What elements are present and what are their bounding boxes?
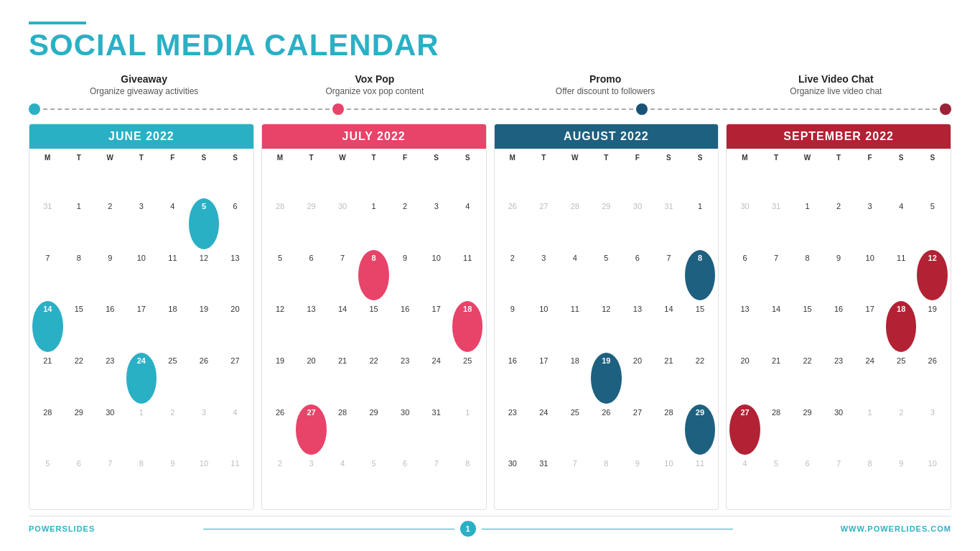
calendar-september2022-day-18: 17 [854,301,885,352]
calendar-july2022-day-12: 10 [421,250,452,301]
calendar-july2022-grid: MTWTFSS282930123456789101112131415161718… [262,149,486,509]
calendar-september2022-day-10: 9 [823,250,854,301]
category-promo-title: Promo [490,73,721,85]
calendar-september2022-day-6: 5 [917,198,948,249]
calendar-july2022-day-11: 9 [390,250,421,301]
calendar-september2022-day-28: 27 [729,404,760,455]
calendar-july2022-day-36: 3 [296,455,327,506]
calendar-june2022-day-39: 9 [157,455,188,506]
calendar-june2022-day-30: 30 [95,404,126,455]
dot-giveaway [29,103,40,115]
calendar-june2022-day-38: 8 [126,455,157,506]
calendar-june2022-day-8: 8 [64,250,95,301]
calendar-september2022-dow-0: M [729,152,760,198]
calendar-september2022-day-2: 1 [792,198,823,249]
calendar-august2022-day-17: 12 [591,301,622,352]
calendar-june2022-day-12: 12 [189,250,220,301]
calendar-august2022-day-5: 31 [653,198,684,249]
calendar-august2022-day-8: 3 [528,250,559,301]
calendar-september2022-day-35: 4 [729,455,760,506]
calendar-september2022-day-38: 7 [823,455,854,506]
calendar-june2022-dow-3: T [126,152,157,198]
calendar-august2022-day-31: 26 [591,404,622,455]
title-prefix: SOCIAL MEDIA [29,28,264,62]
calendar-august2022-day-14: 9 [498,301,528,352]
calendar-june2022-day-33: 3 [189,404,220,455]
calendar-july2022-day-19: 17 [421,301,452,352]
calendar-july2022-day-8: 6 [296,250,327,301]
calendar-july2022-day-22: 20 [296,353,327,404]
calendar-august2022-grid: MTWTFSS262728293031123456789101112131415… [495,149,719,509]
calendar-august2022-day-35: 30 [498,455,528,506]
calendar-july2022-day-20: 18 [452,301,483,352]
category-giveaway: Giveaway Organize giveaway activities [29,73,259,96]
calendar-june2022-day-27: 27 [220,353,251,404]
calendar-july2022-day-0: 28 [265,198,296,249]
calendar-june2022-dow-5: S [189,152,220,198]
calendar-september2022-day-15: 14 [761,301,792,352]
calendar-september2022-day-4: 3 [854,198,885,249]
footer-center: 1 [203,521,733,537]
calendar-september2022-day-26: 25 [886,353,917,404]
calendar-september2022-day-19: 18 [886,301,917,352]
calendar-june2022-day-1: 1 [64,198,95,249]
calendar-september2022-dow-2: W [792,152,823,198]
calendar-july2022-day-15: 13 [296,301,327,352]
calendar-july2022-day-10: 8 [358,250,389,301]
calendar-june2022-day-17: 17 [126,301,157,352]
calendar-september2022-day-17: 16 [823,301,854,352]
calendar-june2022-dow-0: M [32,152,63,198]
calendar-june2022-day-26: 26 [189,353,220,404]
calendar-september2022: SEPTEMBER 2022MTWTFSS3031123456789101112… [726,124,951,510]
title-highlight: CALENDAR [264,28,439,62]
calendar-august2022-day-0: 26 [498,198,528,249]
footer-brand-highlight: SLIDES [62,524,95,533]
calendar-august2022-dow-0: M [498,152,528,198]
calendar-july2022-day-3: 1 [358,198,389,249]
calendar-august2022-dow-4: F [622,152,653,198]
calendar-august2022-day-37: 7 [560,455,591,506]
calendar-july2022-dow-6: S [452,152,483,198]
calendar-june2022-day-22: 22 [64,353,95,404]
calendar-july2022-day-16: 14 [327,301,358,352]
calendar-september2022-day-29: 28 [761,404,792,455]
calendar-august2022-dow-6: S [685,152,716,198]
dot-voxpop [332,103,344,115]
calendar-august2022-header: AUGUST 2022 [495,124,719,149]
calendar-july2022-day-18: 16 [390,301,421,352]
category-voxpop-title: Vox Pop [259,73,490,85]
calendar-september2022-day-23: 22 [792,353,823,404]
calendar-july2022-day-41: 8 [452,455,483,506]
calendar-august2022-day-3: 29 [591,198,622,249]
calendar-june2022-day-35: 5 [32,455,63,506]
calendar-july2022-day-33: 31 [421,404,452,455]
calendar-august2022-day-15: 10 [528,301,559,352]
calendar-july2022-day-28: 26 [265,404,296,455]
calendar-september2022-day-41: 10 [917,455,948,506]
title-section: SOCIAL MEDIA CALENDAR [29,22,951,60]
calendar-september2022-day-33: 2 [886,404,917,455]
footer-brand: POWERSLIDES [29,524,95,533]
calendar-june2022-day-41: 11 [220,455,251,506]
calendar-august2022-day-23: 18 [560,353,591,404]
calendar-august2022-day-40: 10 [653,455,684,506]
calendar-july2022-dow-4: F [390,152,421,198]
calendar-september2022-day-25: 24 [854,353,885,404]
calendar-june2022-day-40: 10 [189,455,220,506]
calendar-june2022-day-7: 7 [32,250,63,301]
calendar-june2022-day-36: 6 [64,455,95,506]
calendar-september2022-dow-6: S [917,152,948,198]
main-title: SOCIAL MEDIA CALENDAR [29,30,951,60]
calendar-september2022-day-9: 8 [792,250,823,301]
calendar-june2022-day-24: 24 [126,353,157,404]
calendar-july2022-day-34: 1 [452,404,483,455]
calendar-july2022-day-5: 3 [421,198,452,249]
calendar-july2022-day-26: 24 [421,353,452,404]
calendar-september2022-day-22: 21 [761,353,792,404]
calendars-row: JUNE 2022MTWTFSS311234567891011121314151… [29,124,951,510]
calendar-july2022-day-13: 11 [452,250,483,301]
calendar-july2022-day-14: 12 [265,301,296,352]
calendar-july2022-day-17: 15 [358,301,389,352]
calendar-june2022-day-5: 5 [189,198,220,249]
calendar-august2022-day-19: 14 [653,301,684,352]
